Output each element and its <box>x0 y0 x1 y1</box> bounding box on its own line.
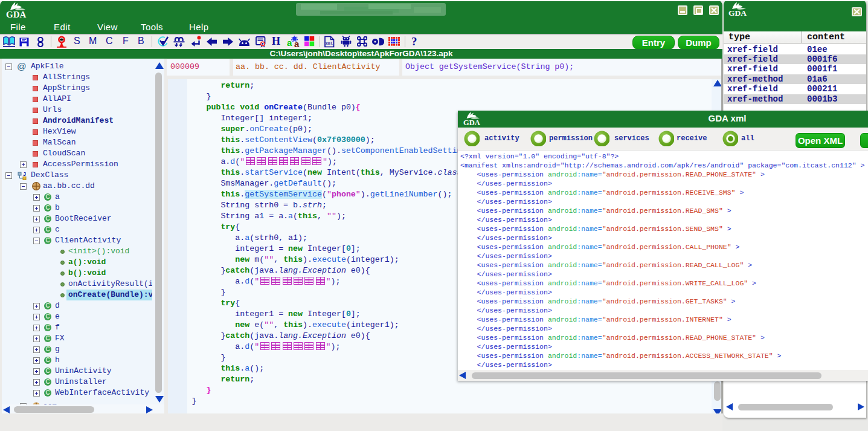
svg-text:a: a <box>294 39 300 48</box>
svg-text:a: a <box>287 37 292 48</box>
svg-text:J: J <box>23 171 26 177</box>
svg-text:@: @ <box>17 62 27 71</box>
svg-text:GDA: GDA <box>463 118 480 127</box>
svg-text:GDA: GDA <box>728 8 747 17</box>
svg-text:GDA: GDA <box>6 10 27 19</box>
svg-text:xml: xml <box>326 42 333 46</box>
